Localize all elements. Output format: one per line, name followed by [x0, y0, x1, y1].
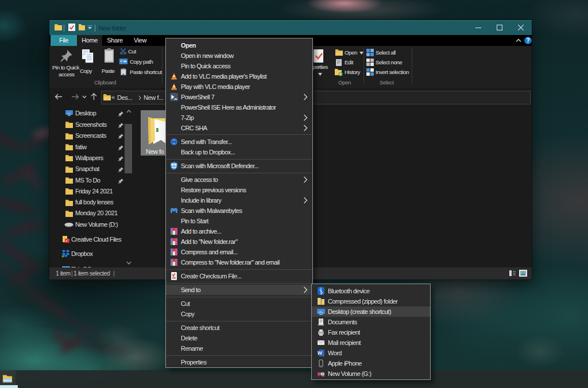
svg-text:?: ?	[526, 37, 529, 44]
